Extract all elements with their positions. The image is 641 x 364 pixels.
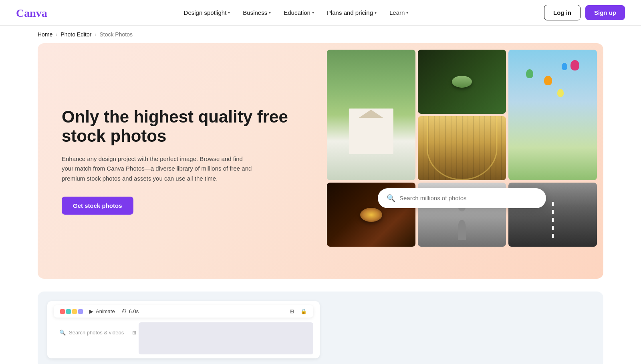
nav-learn[interactable]: Learn ▾ bbox=[384, 6, 414, 19]
photo-search-bar: 🔍 bbox=[378, 188, 546, 208]
animate-label: Animate bbox=[96, 308, 115, 314]
breadcrumb: Home › Photo Editor › Stock Photos bbox=[0, 26, 641, 43]
grid-icon[interactable]: ⊞ bbox=[290, 308, 294, 314]
editor-search-bar[interactable]: 🔍 Search photos & videos ⊞ bbox=[54, 326, 142, 340]
photo-search-input[interactable] bbox=[399, 195, 537, 201]
nav-plans-pricing[interactable]: Plans and pricing ▾ bbox=[321, 6, 382, 19]
color-dot-yellow bbox=[72, 309, 77, 314]
photo-architecture bbox=[418, 116, 506, 180]
search-icon: 🔍 bbox=[59, 330, 66, 336]
chevron-down-icon: ▾ bbox=[375, 10, 377, 15]
search-icon: 🔍 bbox=[387, 194, 395, 203]
hero-photo-grid: 🔍 bbox=[320, 43, 603, 279]
duration-item[interactable]: ⏱ 6.0s bbox=[121, 308, 139, 314]
hero-section: Only the highest quality free stock phot… bbox=[38, 43, 603, 279]
photo-grid-container bbox=[320, 43, 603, 279]
chevron-down-icon: ▾ bbox=[269, 10, 271, 15]
animate-item[interactable]: ▶ Animate bbox=[89, 308, 115, 314]
hero-description: Enhance any design project with the perf… bbox=[62, 154, 254, 184]
chevron-down-icon: ▾ bbox=[406, 10, 408, 15]
editor-search-placeholder: Search photos & videos bbox=[69, 330, 124, 336]
breadcrumb-separator: › bbox=[56, 32, 57, 37]
get-stock-photos-button[interactable]: Get stock photos bbox=[62, 197, 133, 215]
editor-canvas-area: 🔍 Search photos & videos ⊞ bbox=[54, 322, 313, 354]
photo-balloons bbox=[508, 50, 597, 180]
nav-actions: Log in Sign up bbox=[544, 5, 625, 20]
chevron-down-icon: ▾ bbox=[228, 10, 230, 15]
signup-button[interactable]: Sign up bbox=[585, 5, 625, 20]
breadcrumb-current: Stock Photos bbox=[99, 31, 133, 38]
hero-title: Only the highest quality free stock phot… bbox=[62, 107, 296, 146]
color-dot-purple bbox=[78, 309, 83, 314]
color-dots bbox=[60, 309, 83, 314]
filter-icon: ⊞ bbox=[132, 330, 136, 336]
login-button[interactable]: Log in bbox=[544, 5, 581, 20]
hero-content: Only the highest quality free stock phot… bbox=[38, 43, 320, 279]
color-dot-red bbox=[60, 309, 65, 314]
color-palette-item bbox=[60, 309, 83, 314]
editor-preview: ▶ Animate ⏱ 6.0s ⊞ 🔒 bbox=[38, 292, 603, 364]
editor-sidebar: 🔍 Search photos & videos ⊞ bbox=[54, 322, 134, 354]
logo[interactable]: Canva bbox=[16, 6, 48, 19]
clock-icon: ⏱ bbox=[121, 308, 127, 314]
editor-toolbar: ▶ Animate ⏱ 6.0s ⊞ 🔒 bbox=[54, 305, 313, 318]
nav-education[interactable]: Education ▾ bbox=[278, 6, 320, 19]
search-overlay: 🔍 bbox=[320, 188, 603, 208]
photo-house bbox=[327, 50, 415, 180]
main-nav: Canva Design spotlight ▾ Business ▾ Educ… bbox=[0, 0, 641, 26]
photo-food-bowl bbox=[418, 50, 506, 114]
nav-design-spotlight[interactable]: Design spotlight ▾ bbox=[178, 6, 236, 19]
lock-icon: 🔒 bbox=[300, 308, 307, 314]
grid-view-icon: ⊞ bbox=[290, 308, 294, 314]
chevron-down-icon: ▾ bbox=[312, 10, 314, 15]
lock-icon[interactable]: 🔒 bbox=[300, 308, 307, 314]
breadcrumb-photo-editor[interactable]: Photo Editor bbox=[60, 31, 91, 38]
breadcrumb-separator: › bbox=[95, 32, 96, 37]
nav-business[interactable]: Business ▾ bbox=[237, 6, 276, 19]
duration-label: 6.0s bbox=[129, 308, 139, 314]
svg-text:Canva: Canva bbox=[16, 7, 47, 19]
nav-links: Design spotlight ▾ Business ▾ Education … bbox=[178, 6, 414, 19]
editor-canvas bbox=[139, 322, 313, 354]
bottom-section: ▶ Animate ⏱ 6.0s ⊞ 🔒 bbox=[0, 292, 641, 364]
color-dot-teal bbox=[66, 309, 71, 314]
breadcrumb-home[interactable]: Home bbox=[38, 31, 52, 38]
animate-icon: ▶ bbox=[89, 308, 93, 314]
